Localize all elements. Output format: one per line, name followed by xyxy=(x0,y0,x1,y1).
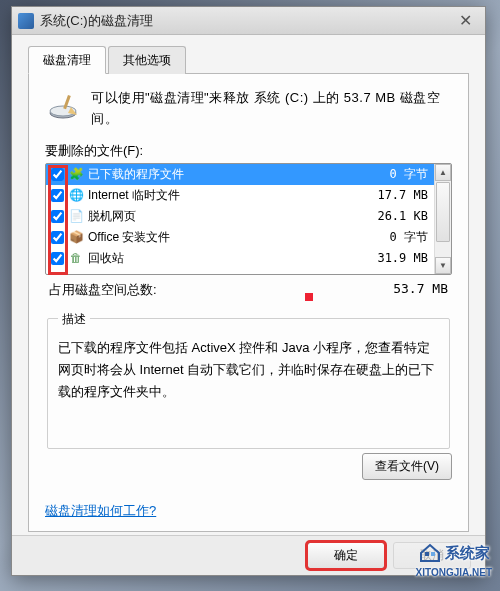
list-item[interactable]: 🗑回收站31.9 MB xyxy=(46,248,434,269)
annotation-marker xyxy=(305,293,313,301)
cancel-button[interactable]: 取消 xyxy=(393,542,471,569)
intro-block: 可以使用"磁盘清理"来释放 系统 (C:) 上的 53.7 MB 磁盘空间。 xyxy=(45,88,452,130)
scroll-down-icon[interactable]: ▼ xyxy=(435,257,451,274)
file-list[interactable]: 🧩已下载的程序文件0 字节🌐Internet 临时文件17.7 MB📄脱机网页2… xyxy=(45,163,452,275)
tab-other-options[interactable]: 其他选项 xyxy=(108,46,186,74)
intro-text: 可以使用"磁盘清理"来释放 系统 (C:) 上的 53.7 MB 磁盘空间。 xyxy=(91,88,452,130)
item-name: Internet 临时文件 xyxy=(88,187,358,204)
file-type-icon: 📦 xyxy=(68,229,84,245)
window-title: 系统(C:)的磁盘清理 xyxy=(40,12,451,30)
scroll-thumb[interactable] xyxy=(436,182,450,242)
item-size: 31.9 MB xyxy=(358,251,428,265)
item-size: 17.7 MB xyxy=(358,188,428,202)
file-type-icon: 🧩 xyxy=(68,166,84,182)
list-item[interactable]: 🧩已下载的程序文件0 字节 xyxy=(46,164,434,185)
file-type-icon: 🗑 xyxy=(68,250,84,266)
total-label: 占用磁盘空间总数: xyxy=(49,281,157,299)
item-name: 回收站 xyxy=(88,250,358,267)
item-checkbox[interactable] xyxy=(51,210,64,223)
list-label: 要删除的文件(F): xyxy=(45,142,452,160)
tab-strip: 磁盘清理 其他选项 xyxy=(28,45,469,74)
item-checkbox[interactable] xyxy=(51,189,64,202)
disk-broom-icon xyxy=(45,88,81,124)
item-name: 脱机网页 xyxy=(88,208,358,225)
titlebar[interactable]: 系统(C:)的磁盘清理 ✕ xyxy=(12,7,485,35)
file-type-icon: 🌐 xyxy=(68,187,84,203)
total-value: 53.7 MB xyxy=(393,281,448,299)
item-checkbox[interactable] xyxy=(51,168,64,181)
description-legend: 描述 xyxy=(58,309,90,329)
dialog-window: 系统(C:)的磁盘清理 ✕ 磁盘清理 其他选项 可以使用"磁盘清理"来释放 系统… xyxy=(11,6,486,576)
description-group: 描述 已下载的程序文件包括 ActiveX 控件和 Java 小程序，您查看特定… xyxy=(47,309,450,449)
ok-button[interactable]: 确定 xyxy=(307,542,385,569)
item-size: 0 字节 xyxy=(358,229,428,246)
item-size: 0 字节 xyxy=(358,166,428,183)
list-item[interactable]: 📦Office 安装文件0 字节 xyxy=(46,227,434,248)
item-name: Office 安装文件 xyxy=(88,229,358,246)
list-item[interactable]: 📄脱机网页26.1 KB xyxy=(46,206,434,227)
disk-cleanup-icon xyxy=(18,13,34,29)
scroll-up-icon[interactable]: ▲ xyxy=(435,164,451,181)
list-item[interactable]: 🌐Internet 临时文件17.7 MB xyxy=(46,185,434,206)
view-files-button[interactable]: 查看文件(V) xyxy=(362,453,452,480)
item-checkbox[interactable] xyxy=(51,231,64,244)
file-type-icon: 📄 xyxy=(68,208,84,224)
description-text: 已下载的程序文件包括 ActiveX 控件和 Java 小程序，您查看特定网页时… xyxy=(58,337,439,403)
scrollbar[interactable]: ▲ ▼ xyxy=(434,164,451,274)
item-size: 26.1 KB xyxy=(358,209,428,223)
help-link[interactable]: 磁盘清理如何工作? xyxy=(45,503,156,518)
tab-panel: 可以使用"磁盘清理"来释放 系统 (C:) 上的 53.7 MB 磁盘空间。 要… xyxy=(28,74,469,532)
item-name: 已下载的程序文件 xyxy=(88,166,358,183)
tab-disk-cleanup[interactable]: 磁盘清理 xyxy=(28,46,106,74)
close-icon[interactable]: ✕ xyxy=(451,7,479,35)
dialog-buttons: 确定 取消 xyxy=(12,535,485,575)
item-checkbox[interactable] xyxy=(51,252,64,265)
